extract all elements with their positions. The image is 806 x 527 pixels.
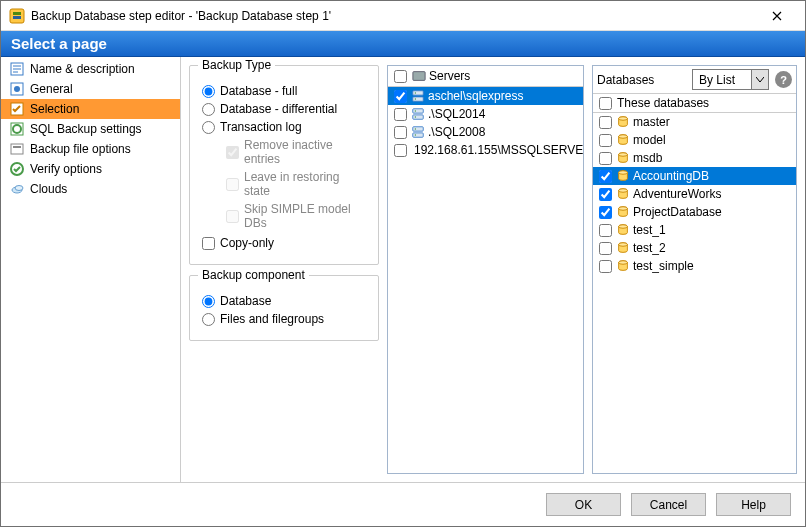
server-checkbox[interactable] [394,126,407,139]
server-checkbox[interactable] [394,144,407,157]
database-checkbox[interactable] [599,116,612,129]
database-row[interactable]: ProjectDatabase [593,203,796,221]
svg-rect-1 [13,12,21,15]
database-row[interactable]: master [593,113,796,131]
databases-checkall[interactable] [599,97,612,110]
radio-db-full[interactable]: Database - full [200,84,368,98]
help-icon[interactable]: ? [775,71,792,88]
server-row[interactable]: aschel\sqlexpress [388,87,583,105]
sidebar-item-label: Selection [30,102,79,116]
cancel-button[interactable]: Cancel [631,493,706,516]
help-button[interactable]: Help [716,493,791,516]
server-row[interactable]: .\SQL2008 [388,123,583,141]
sidebar-item-name-description[interactable]: Name & description [1,59,180,79]
database-icon [616,187,630,201]
svg-rect-16 [413,97,424,101]
sidebar-item-label: Name & description [30,62,135,76]
server-label: aschel\sqlexpress [428,89,523,103]
server-checkbox[interactable] [394,108,407,121]
databases-header-label: Databases [597,73,654,87]
database-row[interactable]: msdb [593,149,796,167]
database-checkbox[interactable] [599,260,612,273]
close-icon [772,11,782,21]
server-icon [411,89,425,103]
database-row[interactable]: test_1 [593,221,796,239]
sidebar-item-label: General [30,82,73,96]
app-icon [9,8,25,24]
page-select-header: Select a page [1,31,805,57]
sidebar-icon [9,121,25,137]
svg-rect-24 [413,133,424,137]
databases-mode-dropdown[interactable]: By List [692,69,769,90]
database-label: model [633,133,666,147]
svg-point-25 [415,128,416,129]
server-row[interactable]: .\SQL2014 [388,105,583,123]
check-copy-only[interactable]: Copy-only [200,236,368,250]
sidebar-item-label: Backup file options [30,142,131,156]
sidebar-item-sql-backup-settings[interactable]: SQL Backup settings [1,119,180,139]
database-checkbox[interactable] [599,206,612,219]
close-button[interactable] [757,2,797,30]
database-icon [616,223,630,237]
svg-point-18 [415,98,416,99]
chevron-down-icon[interactable] [751,70,768,89]
database-row[interactable]: model [593,131,796,149]
check-leave-restoring: Leave in restoring state [224,170,368,198]
server-label: .\SQL2014 [428,107,485,121]
check-skip-simple: Skip SIMPLE model DBs [224,202,368,230]
servers-list: aschel\sqlexpress.\SQL2014.\SQL2008192.1… [388,87,583,473]
database-checkbox[interactable] [599,152,612,165]
svg-rect-23 [413,127,424,131]
database-label: test_simple [633,259,694,273]
server-checkbox[interactable] [394,90,407,103]
database-row[interactable]: test_simple [593,257,796,275]
servers-header-icon [412,69,426,83]
database-icon [616,169,630,183]
svg-rect-9 [11,144,23,154]
sidebar-item-verify-options[interactable]: Verify options [1,159,180,179]
sidebar-icon [9,181,25,197]
database-icon [616,205,630,219]
sidebar-item-clouds[interactable]: Clouds [1,179,180,199]
radio-tlog[interactable]: Transaction log [200,120,368,134]
ok-button[interactable]: OK [546,493,621,516]
sidebar-icon [9,161,25,177]
svg-point-13 [15,186,23,191]
database-checkbox[interactable] [599,134,612,147]
database-label: AdventureWorks [633,187,721,201]
database-row[interactable]: AccountingDB [593,167,796,185]
svg-point-32 [619,117,628,121]
database-checkbox[interactable] [599,224,612,237]
svg-rect-20 [413,115,424,119]
database-checkbox[interactable] [599,170,612,183]
footer: OK Cancel Help [1,482,805,526]
server-icon [411,107,425,121]
sidebar-item-label: Verify options [30,162,102,176]
svg-point-17 [415,92,416,93]
servers-checkall[interactable] [394,70,407,83]
database-row[interactable]: test_2 [593,239,796,257]
svg-point-38 [619,171,628,175]
database-checkbox[interactable] [599,242,612,255]
database-icon [616,151,630,165]
sidebar-icon [9,141,25,157]
radio-component-files[interactable]: Files and filegroups [200,312,368,326]
sidebar-item-selection[interactable]: Selection [1,99,180,119]
database-label: ProjectDatabase [633,205,722,219]
database-icon [616,241,630,255]
database-checkbox[interactable] [599,188,612,201]
window-title: Backup Database step editor - 'Backup Da… [31,9,757,23]
check-remove-inactive: Remove inactive entries [224,138,368,166]
sidebar-item-backup-file-options[interactable]: Backup file options [1,139,180,159]
sidebar-item-general[interactable]: General [1,79,180,99]
database-icon [616,133,630,147]
sidebar-icon [9,61,25,77]
radio-db-diff[interactable]: Database - differential [200,102,368,116]
sidebar-item-label: SQL Backup settings [30,122,142,136]
database-icon [616,259,630,273]
database-row[interactable]: AdventureWorks [593,185,796,203]
radio-component-db[interactable]: Database [200,294,368,308]
backup-type-title: Backup Type [198,58,275,72]
server-row[interactable]: 192.168.61.155\MSSQLSERVER [388,141,583,159]
backup-component-group: Backup component Database Files and file… [189,275,379,341]
